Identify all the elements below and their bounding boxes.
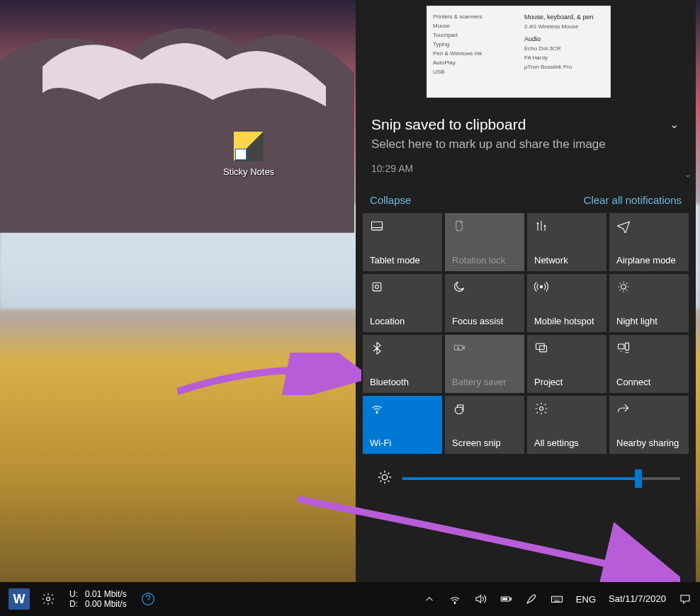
airplane-icon — [616, 219, 631, 233]
tray-pen[interactable] — [519, 582, 543, 616]
svg-rect-21 — [510, 598, 512, 600]
word-icon: W — [9, 588, 30, 610]
tile-location[interactable]: Location — [363, 274, 442, 332]
rotation-icon — [452, 219, 466, 233]
gear-icon — [41, 592, 55, 606]
notification-thumbnail[interactable]: Printers & scanners Mouse Touchpad Typin… — [356, 0, 696, 106]
svg-rect-0 — [372, 222, 383, 230]
action-center-panel: Printers & scanners Mouse Touchpad Typin… — [356, 0, 696, 582]
svg-point-15 — [540, 406, 543, 410]
svg-point-17 — [47, 598, 50, 601]
svg-point-19 — [454, 603, 456, 604]
tile-label: Mobile hotspot — [534, 316, 599, 326]
tray-volume[interactable] — [468, 582, 492, 616]
tile-rotation[interactable]: Rotation lock — [445, 213, 524, 271]
tray-keyboard[interactable] — [545, 582, 569, 616]
chevron-up-icon — [423, 593, 436, 605]
notification-title: Snip saved to clipboard — [371, 116, 682, 133]
tray-wifi[interactable] — [443, 582, 467, 616]
svg-rect-10 — [536, 343, 545, 349]
hotspot-icon — [534, 280, 548, 294]
tray-clock[interactable]: Sat/11/7/2020 — [603, 593, 672, 605]
tile-label: Location — [370, 316, 435, 326]
tile-label: Focus assist — [452, 316, 517, 326]
tile-tablet[interactable]: Tablet mode — [363, 213, 442, 271]
battery-icon — [452, 341, 466, 355]
taskbar: W U:0.01 Mbit/s D:0.00 Mbit/s ENG Sat/11… — [0, 582, 700, 616]
tile-label: Screen snip — [452, 438, 517, 448]
tray-action-center[interactable] — [673, 582, 697, 616]
svg-point-18 — [142, 593, 154, 605]
svg-point-16 — [382, 474, 387, 479]
clear-notifications-link[interactable]: Clear all notifications — [584, 194, 682, 206]
tile-share[interactable]: Nearby sharing — [609, 396, 689, 454]
network-stats[interactable]: U:0.01 Mbit/s D:0.00 Mbit/s — [61, 589, 135, 610]
bluetooth-icon — [370, 341, 384, 355]
tile-battery[interactable]: Battery saver — [445, 335, 524, 393]
keyboard-icon — [551, 593, 563, 605]
tile-label: Wi-Fi — [370, 438, 435, 448]
battery-icon — [499, 593, 512, 605]
tray-language[interactable]: ENG — [570, 594, 602, 605]
svg-rect-11 — [540, 346, 547, 351]
tile-label: Airplane mode — [616, 255, 682, 266]
desktop-icon-sticky-notes[interactable]: Sticky Notes — [220, 131, 278, 177]
action-center-icon — [679, 593, 691, 605]
tile-label: Rotation lock — [452, 255, 517, 266]
share-icon — [616, 401, 631, 416]
volume-icon — [474, 593, 487, 605]
brightness-slider[interactable] — [402, 477, 680, 480]
quick-action-tiles: Tablet modeRotation lockNetworkAirplane … — [356, 213, 696, 454]
brightness-icon — [377, 469, 393, 488]
svg-rect-22 — [502, 598, 508, 600]
tile-label: Connect — [616, 377, 682, 387]
notification-time: 10:29 AM — [371, 163, 682, 174]
tile-connect[interactable]: Connect — [609, 335, 689, 393]
snip-icon — [452, 401, 466, 416]
tile-project[interactable]: Project — [527, 335, 606, 393]
tile-label: Night light — [616, 316, 682, 326]
notification-body: Select here to mark up and share the ima… — [371, 136, 682, 153]
svg-rect-4 — [373, 283, 381, 291]
scroll-down-icon[interactable]: ⌄ — [684, 170, 694, 180]
tray-battery[interactable] — [494, 582, 518, 616]
tile-snip[interactable]: Screen snip — [445, 396, 524, 454]
notification-card[interactable]: Snip saved to clipboard Select here to m… — [356, 106, 696, 183]
tile-wifi[interactable]: Wi-Fi — [363, 396, 442, 454]
wifi-icon — [370, 401, 384, 416]
tile-settings[interactable]: All settings — [527, 396, 606, 454]
settings-icon — [534, 401, 548, 416]
svg-point-3 — [544, 225, 546, 227]
sticky-notes-icon — [233, 131, 264, 162]
tile-label: Network — [534, 255, 599, 266]
svg-point-2 — [537, 223, 538, 224]
nightlight-icon — [616, 280, 631, 294]
tile-hotspot[interactable]: Mobile hotspot — [527, 274, 606, 332]
tile-nightlight[interactable]: Night light — [609, 274, 689, 332]
svg-point-5 — [376, 285, 379, 288]
tile-label: All settings — [534, 438, 599, 448]
taskbar-app-word[interactable]: W — [3, 582, 35, 616]
connect-icon — [616, 341, 631, 355]
tile-label: Battery saver — [452, 377, 517, 387]
tile-bluetooth[interactable]: Bluetooth — [363, 335, 442, 393]
moon-icon — [452, 280, 466, 294]
taskbar-help[interactable] — [135, 582, 161, 616]
tablet-icon — [370, 219, 384, 233]
desktop-icon-label: Sticky Notes — [220, 166, 278, 177]
svg-point-14 — [376, 412, 378, 413]
svg-rect-12 — [619, 344, 624, 349]
taskbar-settings[interactable] — [35, 582, 61, 616]
svg-point-6 — [540, 285, 542, 287]
location-icon — [370, 280, 384, 294]
chevron-down-icon[interactable]: ⌄ — [670, 118, 679, 131]
tile-airplane[interactable]: Airplane mode — [609, 213, 689, 271]
tile-label: Nearby sharing — [616, 438, 682, 448]
tray-chevron-up[interactable] — [417, 582, 441, 616]
tile-network[interactable]: Network — [527, 213, 606, 271]
system-tray: ENG Sat/11/7/2020 — [417, 582, 697, 616]
tile-label: Tablet mode — [370, 255, 435, 266]
collapse-link[interactable]: Collapse — [370, 194, 411, 206]
tile-moon[interactable]: Focus assist — [445, 274, 524, 332]
svg-point-7 — [621, 284, 626, 289]
